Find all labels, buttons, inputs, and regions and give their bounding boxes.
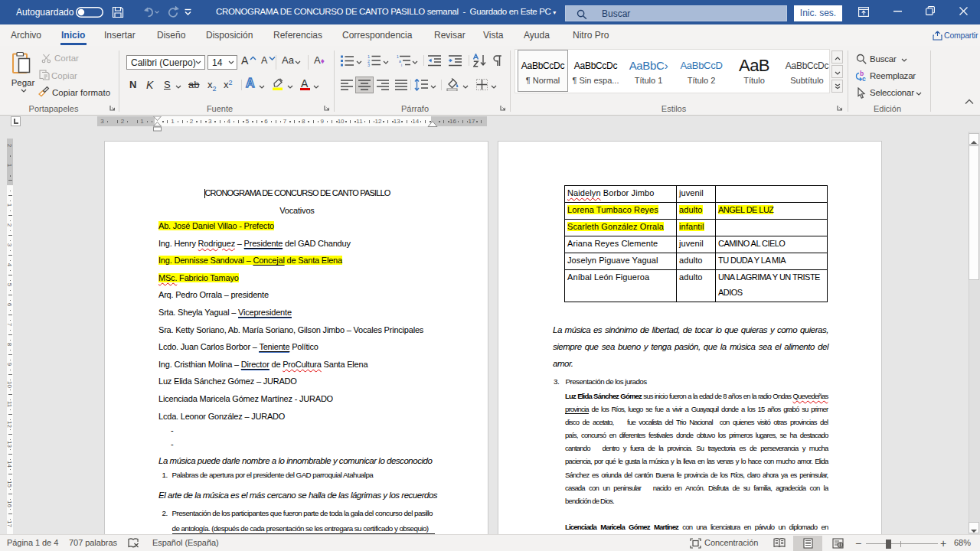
svg-text:3: 3 (368, 63, 370, 67)
svg-text:c: c (862, 75, 866, 82)
svg-text:i: i (401, 63, 402, 67)
